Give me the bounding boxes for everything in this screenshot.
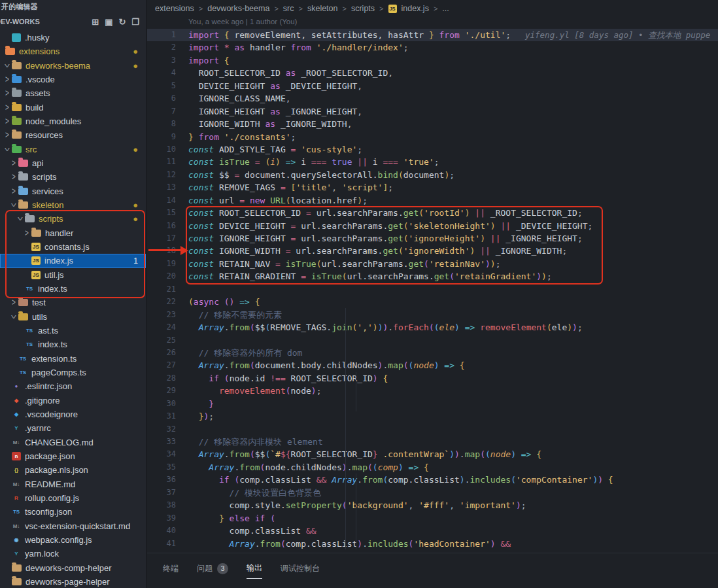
code-line-2[interactable]: 2import * as handler from './handler/ind… — [147, 41, 718, 54]
tree-item-tsconfig.json[interactable]: TStsconfig.json — [0, 505, 146, 519]
code-line-10[interactable]: 10const ADD_STYLE_TAG = 'cus-style'; — [147, 143, 718, 156]
new-file-icon[interactable]: ⊞ — [92, 18, 99, 26]
panel-tab-调试控制台[interactable]: 调试控制台 — [281, 562, 320, 579]
code-line-15[interactable]: 15const ROOT_SELECTOR_ID = url.searchPar… — [147, 207, 718, 219]
breadcrumb-item[interactable]: devworks-beema — [207, 4, 269, 13]
breadcrumb-item[interactable]: ... — [442, 4, 449, 13]
chevron-right-icon[interactable]: > — [9, 172, 18, 182]
tree-item-util.js[interactable]: JSutil.js — [0, 268, 146, 282]
chevron-down-icon[interactable]: > — [2, 61, 12, 70]
code-line-3[interactable]: 3import { — [147, 54, 718, 67]
tree-item-package.json[interactable]: npackage.json — [0, 449, 146, 463]
chevron-right-icon[interactable]: > — [3, 130, 12, 140]
tree-item-services[interactable]: >services — [0, 184, 146, 198]
chevron-right-icon[interactable]: > — [3, 75, 12, 84]
tree-item-scripts[interactable]: >scripts● — [0, 212, 146, 226]
code-line-39[interactable]: 39 } else if ( — [147, 512, 718, 525]
tree-item-.gitignore[interactable]: ◆.gitignore — [0, 394, 146, 407]
chevron-down-icon[interactable]: > — [2, 145, 12, 154]
gitlens-authors-codelens[interactable]: You, a week ago | 1 author (You) — [188, 18, 297, 26]
open-editors-header[interactable]: 开的编辑器 — [0, 0, 146, 13]
tree-item-.eslintrc.json[interactable]: ●.eslintrc.json — [0, 379, 146, 393]
tree-item-skeleton[interactable]: >skeleton● — [0, 198, 146, 212]
chevron-right-icon[interactable]: > — [3, 88, 12, 98]
tree-item-node-modules[interactable]: >node_modules — [0, 114, 146, 128]
tree-item-devworks-beema[interactable]: >devworks-beema● — [0, 59, 146, 73]
collapse-all-icon[interactable]: ❐ — [131, 18, 139, 26]
code-viewport[interactable]: 1import { removeElement, setAttributes, … — [147, 29, 718, 550]
code-line-38[interactable]: 38 comp.style.setProperty('background', … — [147, 499, 718, 511]
code-line-4[interactable]: 4 ROOT_SELECTOR_ID as _ROOT_SELECTOR_ID, — [147, 67, 718, 79]
tree-item-webpack.config.js[interactable]: ◉webpack.config.js — [0, 533, 146, 547]
chevron-right-icon[interactable]: > — [9, 186, 18, 196]
code-line-32[interactable]: 32 — [147, 423, 718, 436]
panel-tab-问题[interactable]: 问题3 — [197, 562, 228, 579]
tree-item-utils[interactable]: >utils — [0, 310, 146, 324]
code-line-12[interactable]: 12const $$ = document.querySelectorAll.b… — [147, 169, 718, 181]
code-line-25[interactable]: 25 — [147, 334, 718, 347]
tree-item-devworks-comp-helper[interactable]: devworks-comp-helper — [0, 561, 146, 574]
tree-item-pageComps.ts[interactable]: TSpageComps.ts — [0, 366, 146, 379]
chevron-right-icon[interactable]: > — [3, 103, 12, 112]
code-line-18[interactable]: 18const IGNORE_WIDTH = url.searchParams.… — [147, 245, 718, 257]
code-line-11[interactable]: 11const isTrue = (i) => i === true || i … — [147, 156, 718, 168]
chevron-right-icon[interactable]: > — [9, 298, 18, 307]
breadcrumb-item[interactable]: extensions — [155, 4, 194, 13]
code-line-27[interactable]: 27 Array.from(document.body.childNodes).… — [147, 359, 718, 372]
tree-item-package.nls.json[interactable]: {}package.nls.json — [0, 463, 146, 477]
code-line-8[interactable]: 8 IGNORE_WIDTH as _IGNORE_WIDTH, — [147, 118, 718, 130]
code-line-34[interactable]: 34 Array.from($$(`#${ROOT_SELECTOR_ID} .… — [147, 448, 718, 460]
code-line-26[interactable]: 26 // 移除容器外的所有 dom — [147, 347, 718, 359]
tree-item-extension.ts[interactable]: TSextension.ts — [0, 352, 146, 366]
code-line-14[interactable]: 14const url = new URL(location.href); — [147, 194, 718, 207]
tree-item-resources[interactable]: >resources — [0, 128, 146, 142]
tree-item-vsc-extension-quickstart.md[interactable]: M↓vsc-extension-quickstart.md — [0, 519, 146, 532]
tree-item-assets[interactable]: >assets — [0, 86, 146, 100]
chevron-down-icon[interactable]: > — [9, 312, 18, 321]
code-line-41[interactable]: 41 Array.from(comp.classList).includes('… — [147, 538, 718, 550]
code-line-6[interactable]: 6 IGNORE_CLASS_NAME, — [147, 92, 718, 105]
tree-item-README.md[interactable]: M↓README.md — [0, 477, 146, 491]
code-line-13[interactable]: 13const REMOVE_TAGS = ['title', 'script'… — [147, 181, 718, 194]
tree-item-constants.js[interactable]: JSconstants.js — [0, 240, 146, 254]
tree-item-handler[interactable]: >handler — [0, 226, 146, 240]
code-line-20[interactable]: 20const RETAIN_GRADIENT = isTrue(url.sea… — [147, 270, 718, 283]
explorer-section-header[interactable]: DEV-WORKS ⊞▣↻❐ — [0, 13, 146, 30]
code-line-5[interactable]: 5 DEVICE_HEIGHT as _DEVICE_HEIGHT, — [147, 80, 718, 92]
code-line-17[interactable]: 17const IGNORE_HEIGHT = url.searchParams… — [147, 232, 718, 245]
breadcrumb-item[interactable]: scripts — [351, 4, 375, 13]
code-line-9[interactable]: 9} from './constants'; — [147, 131, 718, 143]
tree-item-devworks-page-helper[interactable]: devworks-page-helper — [0, 575, 146, 588]
tree-item-ast.ts[interactable]: TSast.ts — [0, 324, 146, 337]
tree-item-.vscode[interactable]: >.vscode — [0, 73, 146, 86]
code-line-31[interactable]: 31 }); — [147, 410, 718, 423]
tree-item-.vscodeignore[interactable]: ◆.vscodeignore — [0, 407, 146, 421]
code-line-33[interactable]: 33 // 移除容器内非模块 element — [147, 436, 718, 448]
chevron-down-icon[interactable]: > — [15, 215, 25, 224]
tree-item-test[interactable]: >test — [0, 296, 146, 309]
tree-item-api[interactable]: >api — [0, 156, 146, 170]
tree-item-index.ts[interactable]: TSindex.ts — [0, 282, 146, 296]
code-line-28[interactable]: 28 if (node.id !== ROOT_SELECTOR_ID) { — [147, 372, 718, 385]
chevron-down-icon[interactable]: > — [9, 201, 18, 210]
tree-item-yarn.lock[interactable]: Yyarn.lock — [0, 547, 146, 561]
tree-item-.husky[interactable]: .husky — [0, 31, 146, 44]
code-line-23[interactable]: 23 // 移除不需要的元素 — [147, 309, 718, 321]
tree-item-extensions[interactable]: extensions● — [0, 44, 146, 58]
panel-tab-输出[interactable]: 输出 — [247, 562, 262, 579]
code-line-16[interactable]: 16const DEVICE_HEIGHT = url.searchParams… — [147, 220, 718, 232]
tree-item-CHANGELOG.md[interactable]: M↓CHANGELOG.md — [0, 436, 146, 449]
breadcrumb-item[interactable]: src — [283, 4, 294, 13]
tree-item-index.ts[interactable]: TSindex.ts — [0, 337, 146, 351]
code-line-22[interactable]: 22(async () => { — [147, 296, 718, 308]
code-line-29[interactable]: 29 removeElement(node); — [147, 385, 718, 397]
tree-item-scripts[interactable]: >scripts — [0, 170, 146, 184]
chevron-right-icon[interactable]: > — [22, 228, 31, 238]
code-line-35[interactable]: 35 Array.from(node.childNodes).map((comp… — [147, 461, 718, 474]
code-line-40[interactable]: 40 comp.classList && — [147, 525, 718, 537]
tree-item-build[interactable]: >build — [0, 101, 146, 114]
breadcrumb-item[interactable]: skeleton — [307, 4, 338, 13]
tree-item-src[interactable]: >src● — [0, 143, 146, 156]
code-line-21[interactable]: 21 — [147, 283, 718, 296]
tree-item-rollup.config.js[interactable]: Rrollup.config.js — [0, 491, 146, 505]
